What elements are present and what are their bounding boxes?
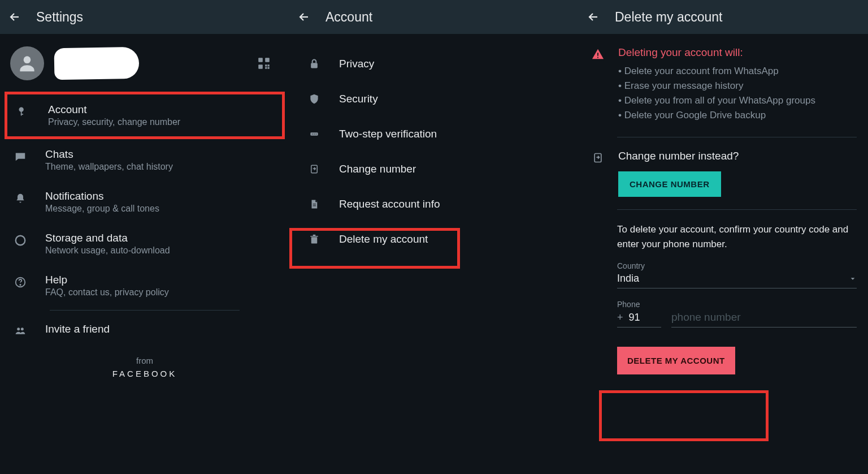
change-number-button[interactable]: CHANGE NUMBER [618, 171, 721, 197]
qr-code-icon [257, 56, 271, 71]
delete-account-button[interactable]: DELETE MY ACCOUNT [617, 347, 735, 374]
country-field[interactable]: Country India [617, 261, 857, 288]
country-code: 91 [629, 312, 640, 324]
page-title: Settings [36, 10, 83, 25]
account-item-two-step[interactable]: Two-step verification [289, 117, 579, 152]
plus-sign: + [617, 312, 623, 324]
country-value: India [617, 273, 639, 285]
svg-rect-27 [597, 53, 598, 56]
divider [617, 137, 857, 137]
phone-field: Phone + 91 [617, 300, 857, 328]
svg-rect-6 [265, 67, 267, 69]
account-item-request-info[interactable]: Request account info [289, 187, 579, 222]
arrow-left-icon [297, 10, 311, 24]
item-desc: Theme, wallpapers, chat history [45, 162, 173, 172]
help-icon [14, 276, 27, 288]
item-label: Two-step verification [339, 128, 437, 140]
settings-header: Settings [0, 0, 289, 34]
item-label: Request account info [339, 198, 440, 210]
from-facebook: from FACEBOOK [0, 356, 289, 378]
profile-row[interactable] [0, 34, 289, 92]
settings-item-chats[interactable]: ChatsTheme, wallpapers, chat history [5, 139, 285, 181]
people-icon [14, 325, 27, 337]
data-usage-icon [14, 234, 27, 247]
svg-rect-26 [313, 235, 316, 236]
settings-item-invite[interactable]: Invite a friend [5, 314, 285, 346]
svg-rect-22 [313, 204, 316, 204]
back-button[interactable] [296, 9, 312, 25]
svg-point-8 [19, 107, 24, 112]
warning-item: Delete you from all of your WhatsApp gro… [618, 95, 815, 106]
person-icon [16, 53, 38, 74]
item-desc: Network usage, auto-download [45, 245, 170, 256]
confirm-instructions: To delete your account, confirm your cou… [617, 222, 857, 251]
svg-rect-25 [310, 236, 318, 237]
svg-rect-5 [268, 67, 270, 69]
svg-rect-9 [21, 111, 22, 116]
trash-icon [309, 233, 319, 245]
account-item-change-number[interactable]: Change number [289, 152, 579, 187]
item-title: Account [48, 104, 180, 116]
settings-item-storage[interactable]: Storage and dataNetwork usage, auto-down… [5, 223, 285, 265]
svg-rect-3 [258, 64, 263, 69]
svg-point-11 [16, 236, 25, 245]
qr-icon[interactable] [257, 56, 271, 71]
settings-item-account[interactable]: AccountPrivacy, security, change number [5, 92, 285, 139]
account-item-security[interactable]: Security [289, 81, 579, 117]
arrow-left-icon [8, 10, 21, 24]
bell-icon [15, 192, 26, 205]
redacted-name [54, 47, 140, 80]
warning-title: Deleting your account will: [618, 46, 815, 59]
delete-account-pane: Delete my account Deleting your account … [579, 0, 868, 474]
dropdown-icon [849, 276, 857, 282]
account-item-privacy[interactable]: Privacy [289, 46, 579, 81]
item-desc: Privacy, security, change number [48, 117, 180, 127]
divider [50, 310, 240, 311]
svg-rect-28 [597, 57, 598, 58]
svg-rect-7 [268, 64, 270, 66]
pin-icon [307, 130, 321, 139]
phone-input[interactable] [671, 311, 857, 328]
svg-rect-1 [258, 58, 263, 62]
svg-point-20 [316, 133, 317, 135]
from-label: from [0, 356, 289, 365]
sim-swap-icon [592, 151, 604, 165]
svg-point-0 [24, 56, 31, 63]
back-button[interactable] [585, 9, 601, 25]
settings-item-help[interactable]: HelpFAQ, contact us, privacy policy [5, 265, 285, 307]
phone-label: Phone [617, 300, 857, 309]
warning-icon [592, 48, 604, 61]
account-item-delete[interactable]: Delete my account [289, 222, 579, 257]
avatar [10, 46, 44, 80]
item-label: Delete my account [339, 233, 428, 245]
svg-point-18 [312, 133, 313, 135]
back-button[interactable] [7, 9, 23, 25]
warning-item: Delete your Google Drive backup [618, 110, 815, 121]
country-code-box[interactable]: + 91 [617, 312, 661, 328]
arrow-left-icon [587, 10, 600, 24]
delete-header: Delete my account [579, 0, 868, 34]
sim-swap-icon [309, 163, 319, 175]
settings-pane: Settings AccountPrivacy, security, chang… [0, 0, 289, 474]
divider [617, 209, 857, 210]
account-list: Privacy Security Two-step verification C… [289, 34, 579, 257]
page-title: Delete my account [615, 10, 722, 25]
item-label: Security [339, 93, 378, 105]
lock-icon [309, 58, 320, 70]
item-desc: FAQ, contact us, privacy policy [45, 287, 169, 298]
svg-point-14 [17, 328, 20, 330]
account-pane: Account Privacy Security Two-step verifi… [289, 0, 579, 474]
svg-rect-10 [21, 114, 23, 115]
facebook-label: FACEBOOK [0, 369, 289, 378]
account-header: Account [289, 0, 579, 34]
item-title: Notifications [45, 190, 159, 202]
svg-point-13 [20, 285, 20, 285]
change-number-title: Change number instead? [618, 150, 739, 162]
item-title: Storage and data [45, 232, 170, 244]
chat-icon [14, 150, 27, 163]
settings-item-notifications[interactable]: NotificationsMessage, group & call tones [5, 181, 285, 223]
svg-rect-16 [311, 63, 318, 68]
svg-rect-2 [265, 58, 270, 62]
svg-rect-4 [265, 64, 267, 66]
shield-icon [309, 93, 320, 105]
